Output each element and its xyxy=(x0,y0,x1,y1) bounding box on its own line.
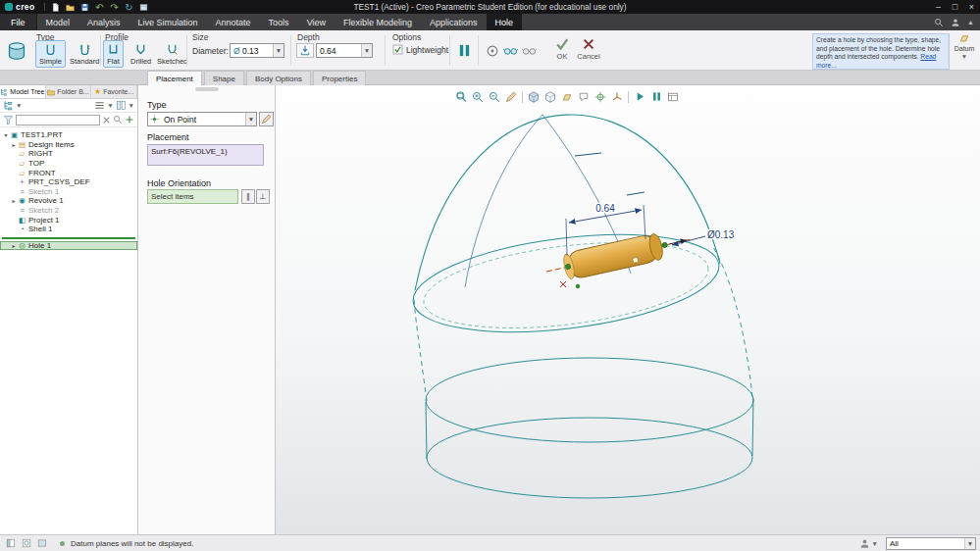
navigator-tab-favorites[interactable]: ★Favorite... xyxy=(91,85,137,98)
dashboard-tab-properties[interactable]: Properties xyxy=(313,71,366,85)
zoom-out-button[interactable] xyxy=(487,89,502,104)
edit-placement-button[interactable] xyxy=(259,112,274,126)
expander-icon[interactable]: ▸ xyxy=(10,141,18,148)
diameter-combo[interactable]: Ø 0.13 ▼ xyxy=(230,43,284,58)
ribbon-tab-hole[interactable]: Hole xyxy=(487,14,523,30)
connection-button[interactable]: ▼ xyxy=(859,538,878,549)
diameter-dimension[interactable]: Ø0.13 xyxy=(672,229,735,245)
ribbon-tab-analysis[interactable]: Analysis xyxy=(78,14,129,30)
placement-type-combo[interactable]: On Point ▼ xyxy=(147,112,257,126)
user-icon[interactable] xyxy=(951,18,960,27)
annotation-display-button[interactable] xyxy=(576,89,592,104)
detached-preview-button[interactable] xyxy=(521,42,538,59)
ribbon-tab-tools[interactable]: Tools xyxy=(260,14,298,30)
placement-type-dropdown-arrow[interactable]: ▼ xyxy=(245,113,256,125)
expander-icon[interactable]: ▾ xyxy=(2,131,10,138)
open-folder-icon[interactable] xyxy=(64,1,77,13)
tree-view-dropdown-arrow[interactable]: ▼ xyxy=(16,102,22,109)
zoom-in-button[interactable] xyxy=(470,89,486,104)
orientation-collector[interactable]: Select items xyxy=(147,189,238,204)
tree-item-shell-1[interactable]: ◔Shell 1 xyxy=(0,225,137,234)
placement-point-marker[interactable] xyxy=(560,281,580,288)
placement-collector[interactable]: Surf:F6(REVOLVE_1) xyxy=(147,144,264,166)
tree-item-sketch-2[interactable]: ≈Sketch 2 xyxy=(0,206,137,216)
tree-item-hole-1[interactable]: ▸◎Hole 1 xyxy=(0,241,137,251)
pause-button[interactable] xyxy=(648,89,664,104)
tree-item-revolve-1[interactable]: ▸◉Revolve 1 xyxy=(0,196,137,206)
datum-display-button[interactable] xyxy=(559,89,575,104)
screen-toggle-button[interactable] xyxy=(35,537,49,550)
tree-settings-icon[interactable] xyxy=(94,100,105,111)
filter-add-icon[interactable] xyxy=(125,115,134,125)
ribbon-tab-view[interactable]: View xyxy=(298,14,335,30)
tree-view-selector-icon[interactable] xyxy=(3,100,14,111)
undo-icon[interactable]: ↶ xyxy=(93,1,107,13)
tree-item-design-items[interactable]: ▸▤Design Items xyxy=(0,140,137,150)
redo-icon[interactable]: ↷ xyxy=(108,1,122,13)
depth-option-button[interactable] xyxy=(296,43,314,58)
tree-item-prt-csys-def[interactable]: +PRT_CSYS_DEF xyxy=(0,177,137,187)
drilled-profile-button[interactable]: Drilled xyxy=(127,40,155,68)
maximize-button[interactable]: □ xyxy=(947,0,963,14)
depth-handle[interactable] xyxy=(661,242,667,248)
tree-item-front[interactable]: ▱FRONT xyxy=(0,168,137,177)
filter-search-icon[interactable] xyxy=(113,115,123,125)
repaint-button[interactable] xyxy=(503,89,519,104)
tree-settings-dropdown-arrow[interactable]: ▼ xyxy=(107,102,113,109)
lightweight-checkbox[interactable]: Lightweight xyxy=(392,44,448,55)
insert-here-locator[interactable] xyxy=(2,237,135,239)
orientation-button[interactable] xyxy=(609,89,625,104)
datum-group-button[interactable]: Datum ▼ xyxy=(951,32,978,60)
tree-item-test1-prt[interactable]: ▾▣TEST1.PRT xyxy=(0,130,137,140)
expander-icon[interactable]: ▸ xyxy=(10,242,18,249)
standard-hole-button[interactable]: Standard xyxy=(66,40,103,68)
shaded-style-button[interactable] xyxy=(526,89,542,104)
search-scope-combo[interactable]: All ▼ xyxy=(886,537,976,550)
dashboard-tab-body-options[interactable]: Body Options xyxy=(246,71,311,85)
spin-center-button[interactable] xyxy=(593,89,608,104)
tree-item-project-1[interactable]: ◧Project 1 xyxy=(0,215,137,225)
ribbon-tab-applications[interactable]: Applications xyxy=(421,14,487,30)
filter-clear-icon[interactable] xyxy=(102,116,111,125)
model-tree-toggle-button[interactable] xyxy=(4,537,18,550)
tree-item-right[interactable]: ▱RIGHT xyxy=(0,149,137,159)
attached-preview-button[interactable] xyxy=(502,42,519,59)
dashboard-tab-placement[interactable]: Placement xyxy=(147,71,202,85)
tree-columns-dropdown-arrow[interactable]: ▼ xyxy=(129,102,134,109)
pause-feature-button[interactable] xyxy=(455,41,473,59)
search-icon[interactable] xyxy=(934,18,944,27)
depth-value-combo[interactable]: 0.64 ▼ xyxy=(316,43,373,58)
filter-funnel-icon[interactable] xyxy=(3,115,14,125)
ok-button[interactable]: OK xyxy=(551,37,573,61)
depth-dropdown-arrow[interactable]: ▼ xyxy=(361,44,372,57)
simple-hole-button[interactable]: Simple xyxy=(35,40,66,68)
display-style-button[interactable] xyxy=(542,89,558,104)
tree-item-top[interactable]: ▱TOP xyxy=(0,159,137,169)
saved-views-button[interactable] xyxy=(665,89,681,104)
model-window-icon[interactable] xyxy=(137,1,151,13)
browser-toggle-button[interactable] xyxy=(20,537,33,550)
perpendicular-orientation-button[interactable]: ⊥ xyxy=(256,189,270,204)
new-file-icon[interactable] xyxy=(49,1,63,13)
refit-button[interactable] xyxy=(453,89,469,104)
parallel-orientation-button[interactable]: ∥ xyxy=(241,189,255,204)
ribbon-tab-live-simulation[interactable]: Live Simulation xyxy=(129,14,207,30)
dashboard-tab-shape[interactable]: Shape xyxy=(204,71,244,85)
navigator-tab-folder-browser[interactable]: Folder B... xyxy=(46,85,92,98)
regenerate-icon[interactable]: ↻ xyxy=(123,1,136,13)
tree-item-sketch-1[interactable]: ≈Sketch 1 xyxy=(0,187,137,197)
cancel-button[interactable]: Cancel xyxy=(575,37,602,61)
file-menu-button[interactable]: File xyxy=(0,14,37,30)
no-preview-button[interactable] xyxy=(484,42,500,59)
tree-filter-input[interactable] xyxy=(16,115,100,125)
panel-collapse-grip[interactable] xyxy=(195,87,219,91)
play-button[interactable] xyxy=(632,89,647,104)
drag-handle[interactable] xyxy=(633,257,639,263)
collapse-icon[interactable]: ▲ xyxy=(967,19,974,25)
graphics-viewport[interactable]: 0.64 Ø0.13 xyxy=(276,85,980,534)
cylinder-wireframe[interactable] xyxy=(414,247,753,498)
ribbon-tab-flexible-modeling[interactable]: Flexible Modeling xyxy=(335,14,421,30)
flat-profile-button[interactable]: Flat xyxy=(103,40,124,68)
navigator-tab-model-tree[interactable]: Model Tree xyxy=(0,85,46,98)
ribbon-tab-annotate[interactable]: Annotate xyxy=(207,14,260,30)
